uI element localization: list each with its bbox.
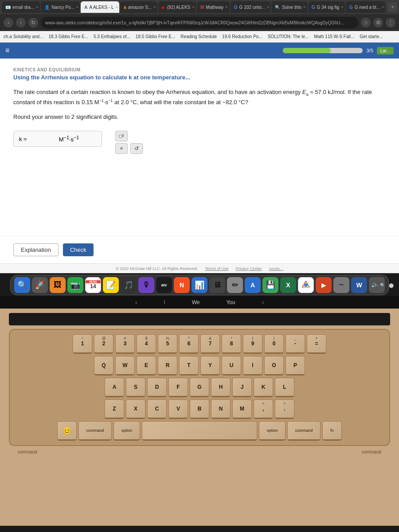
back-button[interactable]: ‹ <box>4 18 13 27</box>
key-f[interactable]: F <box>168 378 188 397</box>
tab-close-icon[interactable]: × <box>341 5 343 9</box>
key-q[interactable]: Q <box>94 356 113 376</box>
key-3[interactable]: #3 <box>115 334 135 354</box>
key-j[interactable]: J <box>232 378 252 397</box>
key-c[interactable]: C <box>147 399 167 419</box>
bookmark-1[interactable]: ch.a Solubility and... <box>4 34 43 39</box>
hamburger-menu-icon[interactable]: ≡ <box>5 47 9 55</box>
dock-facetime[interactable]: 📷 <box>67 277 83 293</box>
tab-nancy[interactable]: 👤 Nancy Po... × <box>41 1 80 13</box>
dock-calendar[interactable]: MON 14 <box>85 277 101 293</box>
tab-close-icon[interactable]: × <box>116 5 118 9</box>
key-8[interactable]: *8 <box>222 334 241 354</box>
dock-excel[interactable]: X <box>280 277 296 293</box>
key-a[interactable]: A <box>105 378 124 397</box>
tab-close-icon[interactable]: × <box>153 5 156 9</box>
key-4[interactable]: $4 <box>137 334 156 354</box>
key-k[interactable]: K <box>254 378 273 397</box>
key-space[interactable] <box>142 421 257 441</box>
key-o[interactable]: O <box>264 356 284 376</box>
key-period[interactable]: >. <box>275 399 294 419</box>
key-1[interactable]: !1 <box>73 334 92 354</box>
bookmark-4[interactable]: 18.5 Gibbs Free E... <box>136 34 176 39</box>
key-7[interactable]: &7 <box>200 334 220 354</box>
new-tab-button[interactable]: + <box>388 2 397 12</box>
tab-solve[interactable]: 🔍 Solve this × <box>271 1 307 13</box>
key-6[interactable]: ^6 <box>179 334 199 354</box>
key-v[interactable]: V <box>168 399 188 419</box>
forward-button[interactable]: › <box>16 18 26 27</box>
accesso-link[interactable]: Acces... <box>269 266 283 271</box>
key-h[interactable]: H <box>211 378 231 397</box>
key-5[interactable]: %5 <box>158 334 177 354</box>
dock-notes[interactable]: 📝 <box>103 277 119 293</box>
tab-google3[interactable]: G G med a bl... × <box>346 1 385 13</box>
tab-close-icon[interactable]: × <box>267 5 269 9</box>
dock-launchpad[interactable]: 🚀 <box>32 277 48 293</box>
bookmark-button[interactable]: ☆ <box>361 18 371 27</box>
dock-finder[interactable]: 🔍 <box>14 277 30 293</box>
dock-news[interactable]: N <box>174 277 190 293</box>
bookmark-7[interactable]: SOLUTION: The le... <box>268 34 309 39</box>
tab-amazon[interactable]: a amazon S... × <box>120 1 157 13</box>
key-b[interactable]: B <box>190 399 209 419</box>
dock-font[interactable]: A <box>245 277 261 293</box>
key-emoji[interactable]: 😊 <box>57 421 77 441</box>
key-u[interactable]: U <box>222 356 241 376</box>
answer-input-field[interactable] <box>30 136 56 142</box>
key-z[interactable]: Z <box>105 399 124 419</box>
key-minus[interactable]: _- <box>286 334 305 354</box>
tab-close-icon[interactable]: × <box>76 5 78 9</box>
key-fn[interactable]: fn <box>322 421 342 441</box>
check-button[interactable]: Check <box>63 243 94 256</box>
key-cmd-left[interactable]: command <box>78 421 112 441</box>
key-equals[interactable]: += <box>307 334 326 354</box>
tab-google1[interactable]: G G 102 celsi... × <box>231 1 271 13</box>
key-t[interactable]: T <box>179 356 199 376</box>
dock-music[interactable]: 🎵 <box>121 277 137 293</box>
menu-button[interactable]: ⋮ <box>386 18 395 27</box>
bookmark-6[interactable]: 19.6 Reduction Po... <box>222 34 262 39</box>
dock-photos[interactable]: 🖼 <box>50 277 66 293</box>
key-m[interactable]: M <box>232 399 252 419</box>
key-i[interactable]: I <box>243 356 262 376</box>
dock-appletv[interactable]: atv <box>156 277 172 293</box>
key-l[interactable]: L <box>275 378 294 397</box>
dock-display[interactable]: 🖥 <box>209 277 225 293</box>
tab-google2[interactable]: G G 34 sig fig × <box>308 1 345 13</box>
privacy-link[interactable]: Privacy Center <box>236 266 262 271</box>
key-y[interactable]: Y <box>200 356 220 376</box>
key-comma[interactable]: <, <box>254 399 273 419</box>
terms-link[interactable]: Terms of Use <box>205 266 229 271</box>
tab-92aleks[interactable]: ▶ (92) ALEKS × <box>158 1 196 13</box>
dock-edit[interactable]: ✏ <box>227 277 243 293</box>
tab-close-icon[interactable]: × <box>382 5 384 9</box>
multiply-button[interactable]: × <box>115 143 128 154</box>
superscript-button[interactable]: □² <box>115 131 128 141</box>
learn-button[interactable]: Lar... <box>377 47 394 55</box>
key-s[interactable]: S <box>126 378 145 397</box>
dock-podcast[interactable]: 🎙 <box>138 277 154 293</box>
key-2[interactable]: @2 <box>94 334 113 354</box>
volume-icon[interactable]: 🔊 <box>371 282 376 287</box>
address-bar[interactable]: www-awu.aleks.com/alekscgi/x/lsl.exe/1o_… <box>41 17 358 28</box>
dock-charts[interactable]: 📊 <box>192 277 207 293</box>
key-p[interactable]: P <box>286 356 305 376</box>
bookmark-5[interactable]: Reading Schedule <box>180 34 217 39</box>
tab-aleks[interactable]: A A ALEKS - L × <box>81 1 119 13</box>
tab-close-icon[interactable]: × <box>36 5 38 9</box>
tab-close-icon[interactable]: × <box>225 5 227 9</box>
screen-icon[interactable]: ⬤ <box>389 282 394 287</box>
explanation-button[interactable]: Explanation <box>13 243 59 256</box>
dock-ppt[interactable]: ▶ <box>316 277 332 293</box>
extensions-button[interactable]: ⚙ <box>373 18 383 27</box>
key-cmd-right[interactable]: command <box>287 421 321 441</box>
key-9[interactable]: (9 <box>243 334 262 354</box>
key-option-right[interactable]: option <box>259 421 286 441</box>
tab-email[interactable]: 📧 email dra... × <box>2 1 40 13</box>
search-icon[interactable]: 🔍 <box>380 282 385 287</box>
key-0[interactable]: )0 <box>264 334 284 354</box>
tab-mathway[interactable]: M Mathway × <box>197 1 230 13</box>
dock-pdf[interactable]: ~ <box>333 277 349 293</box>
bookmark-3[interactable]: 5.3 Enthalpies of... <box>94 34 130 39</box>
